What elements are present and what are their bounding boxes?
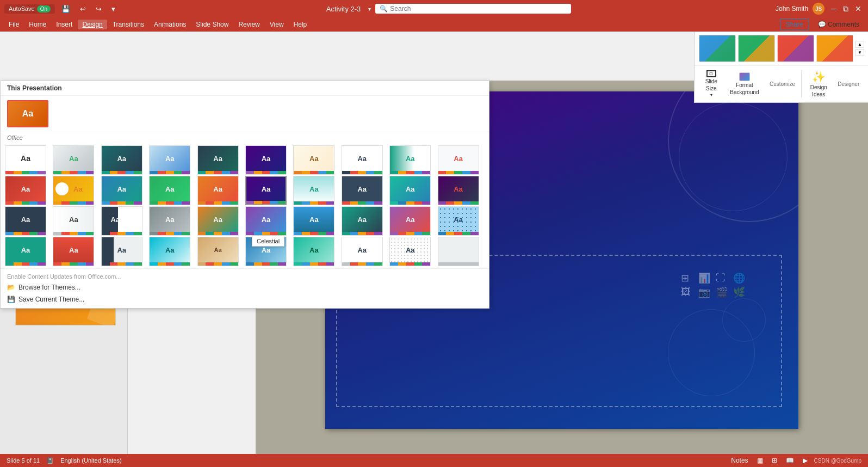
share-button[interactable]: Share [780,19,809,30]
slideshow-button[interactable]: ▶ [801,457,810,464]
save-button[interactable]: 💾 [58,4,73,14]
menu-bar: File Home Insert Design Transitions Anim… [0,17,868,32]
activity-name: Activity 2-3 [323,5,364,13]
slide-size-button[interactable]: ⊡ Slide Size ▾ [701,68,722,100]
comments-button[interactable]: 💬 Comments [814,19,864,30]
autosave-button[interactable]: AutoSave On [4,4,55,14]
theme-teal-white[interactable]: Aa [389,145,431,175]
variant-blue[interactable] [699,35,736,62]
theme-dark-teal[interactable]: Aa [197,145,239,175]
theme-purple-blue[interactable]: Aa [245,206,287,236]
theme-green2[interactable]: Aa [149,176,190,205]
variant-red[interactable] [777,35,814,62]
theme-dark-white[interactable]: Aa [101,237,142,266]
save-theme-link[interactable]: 💾 Save Current Theme... [7,294,482,305]
statusbar-left: Slide 5 of 11 📓 English (United States) [7,457,122,464]
design-ideas-button[interactable]: ✨ Design Ideas [806,68,832,100]
theme-red-stripe[interactable]: Aa [53,237,94,266]
theme-white-plain[interactable]: Aa [342,237,383,266]
theme-yellow-circle[interactable]: Aa [53,176,94,205]
theme-green[interactable]: Aa [53,145,94,175]
reading-view-button[interactable]: 📖 [784,457,796,464]
theme-cyan-light[interactable]: Aa [149,237,190,266]
theme-blue-green[interactable]: Aa [101,145,142,175]
minimize-button[interactable]: ─ [829,4,839,14]
theme-red[interactable]: Aa [5,176,46,205]
search-input[interactable] [390,5,567,13]
menu-file[interactable]: File [4,20,23,29]
format-background-button[interactable]: Format Background [726,70,763,97]
menu-animations[interactable]: Animations [150,20,190,29]
enable-updates-text: Enable Content Updates from Office.com..… [7,272,482,281]
save-icon: 💾 [7,296,15,303]
theme-dark-side[interactable]: Aa [101,206,142,236]
image-icon: 🖼 [681,286,696,298]
current-theme: Aa [1,96,489,132]
menu-slideshow[interactable]: Slide Show [191,20,233,29]
redo-button[interactable]: ↪ [92,4,105,14]
menu-design[interactable]: Design [78,20,107,29]
undo-button[interactable]: ↩ [77,4,89,14]
variant-green[interactable] [738,35,775,62]
theme-white-dots[interactable]: Aa [389,237,431,266]
customize-section: ⊡ Slide Size ▾ Format Background Customi… [695,66,868,102]
theme-map[interactable]: Aa [149,206,190,236]
menu-transitions[interactable]: Transitions [108,20,148,29]
menu-help[interactable]: Help [289,20,312,29]
theme-teal-blue[interactable]: Aa [389,176,431,205]
media-icon: 🌐 [733,272,748,284]
theme-purple[interactable]: Aa [245,145,287,175]
menu-insert[interactable]: Insert [52,20,77,29]
notes-icon-small: 📓 [46,457,54,464]
theme-purple3[interactable]: Aa [389,206,431,236]
notes-button[interactable]: Notes [729,457,750,464]
menu-review[interactable]: Review [234,20,264,29]
theme-dark-bg[interactable]: Aa [5,206,46,236]
theme-celestial[interactable]: Aa [245,176,287,205]
theme-sand[interactable]: Aa [197,237,239,266]
theme-beige[interactable]: Aa [293,145,334,175]
theme-blue-multi[interactable]: Aa [101,176,142,205]
avatar: JS [813,3,824,15]
restore-button[interactable]: ⧉ [841,4,851,14]
theme-light-stripe[interactable]: Aa [53,206,94,236]
theme-white2[interactable]: Aa [438,145,479,175]
theme-blue-gradient[interactable]: Aa [293,206,334,236]
current-theme-preview[interactable]: Aa [7,100,48,127]
theme-orange-red[interactable]: Aa [197,176,239,205]
theme-tooltip: Celestial [252,236,284,247]
menu-view[interactable]: View [265,20,288,29]
theme-dark-text[interactable]: Aa [342,176,383,205]
theme-teal-solid[interactable]: Aa [5,237,46,266]
theme-white[interactable]: Aa [342,145,383,175]
search-box[interactable]: 🔍 [375,4,571,14]
theme-dotted[interactable]: Aa [149,145,190,175]
browse-themes-link[interactable]: 📂 Browse for Themes... [7,282,482,293]
theme-teal-gradient2[interactable]: Aa [293,237,334,266]
titlebar-center: Activity 2-3 ▾ 🔍 [323,4,572,14]
theme-orange-teal[interactable]: Aa [197,206,239,236]
close-button[interactable]: ✕ [853,4,864,14]
autosave-toggle[interactable]: On [37,5,51,13]
watermark: CSDN @GodGump [814,458,861,464]
theme-dotted-blue[interactable]: Aa [438,206,479,236]
table-icon: ⊞ [681,272,696,284]
theme-default[interactable]: Aa [5,145,46,175]
titlebar: AutoSave On 💾 ↩ ↪ ▾ Activity 2-3 ▾ 🔍 Joh… [0,0,868,17]
autosave-label: AutoSave [9,5,35,12]
normal-view-button[interactable]: ▦ [755,457,765,464]
theme-blue-teal2[interactable]: Aa [293,176,334,205]
variants-up-button[interactable]: ▲ [855,41,864,48]
customize-qat-button[interactable]: ▾ [108,4,119,14]
theme-partial[interactable] [438,237,479,266]
slide-sorter-button[interactable]: ⊞ [770,457,779,464]
variant-orange[interactable] [816,35,853,62]
variants-section: ▲ ▼ Variants [695,32,868,66]
titlebar-left: AutoSave On 💾 ↩ ↪ ▾ [4,4,119,14]
chart-icon: 📊 [698,272,714,284]
theme-dark-purple[interactable]: Aa [438,176,479,205]
variants-down-button[interactable]: ▼ [855,49,864,56]
dropdown-arrow[interactable]: ▾ [368,6,371,12]
theme-dark-teal2[interactable]: Aa [342,206,383,236]
menu-home[interactable]: Home [24,20,51,29]
